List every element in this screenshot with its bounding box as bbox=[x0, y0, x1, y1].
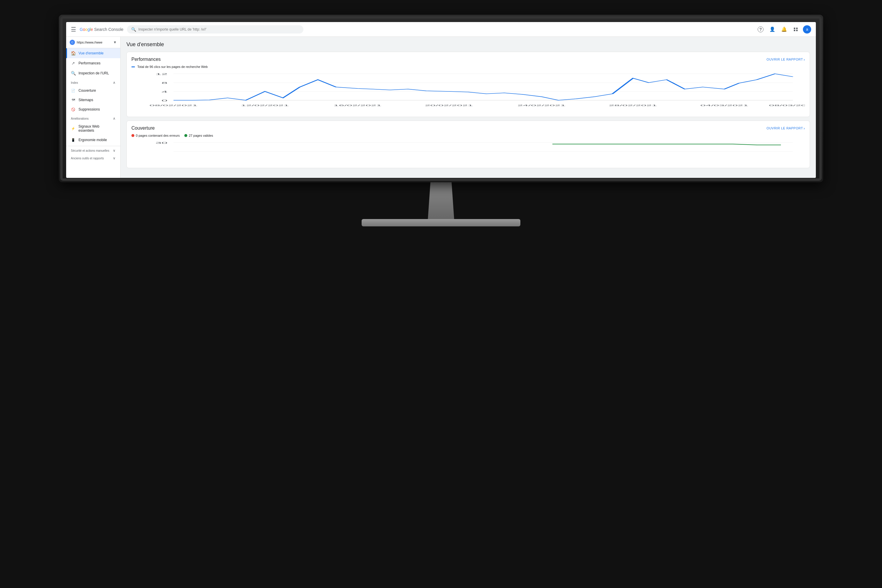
sidebar-label-inspection: Inspection de l'URL bbox=[78, 71, 109, 75]
suppressions-icon: 🚫 bbox=[71, 108, 75, 111]
performances-chart-svg: 12 8 4 0 08/02/2021 12/02/2021 bbox=[131, 71, 805, 112]
ameliorations-section-chevron[interactable]: ∧ bbox=[113, 116, 116, 120]
property-selector[interactable]: C https://www.//wwe ▼ bbox=[66, 37, 120, 48]
performances-legend: Total de 96 clics sur les pages de reche… bbox=[131, 65, 805, 69]
inspect-icon: 🔍 bbox=[71, 71, 75, 75]
performances-card-header: Performances OUVRIR LE RAPPORT › bbox=[131, 57, 805, 62]
svg-text:08/03/2021: 08/03/2021 bbox=[769, 104, 805, 107]
couverture-valid-legend: 27 pages valides bbox=[184, 134, 213, 137]
svg-text:28/02/2021: 28/02/2021 bbox=[609, 104, 657, 107]
apps-button[interactable] bbox=[791, 25, 801, 34]
couverture-legend: 0 pages contenant des erreurs 27 pages v… bbox=[131, 134, 805, 137]
sidebar-label-sitemaps: Sitemaps bbox=[78, 98, 93, 102]
couverture-errors-legend: 0 pages contenant des erreurs bbox=[131, 134, 180, 137]
error-legend-dot bbox=[131, 134, 134, 137]
svg-text:4: 4 bbox=[161, 90, 168, 93]
couverture-link-label: OUVRIR LE RAPPORT bbox=[766, 126, 803, 130]
sidebar-label-couverture: Couverture bbox=[78, 88, 96, 93]
svg-text:12: 12 bbox=[156, 73, 168, 75]
search-icon: 🔍 bbox=[131, 27, 136, 32]
couverture-valid-label: 27 pages valides bbox=[189, 134, 213, 137]
ameliorations-section-label: Améliorations bbox=[71, 117, 89, 120]
performances-link-chevron: › bbox=[804, 57, 805, 62]
performances-link-label: OUVRIR LE RAPPORT bbox=[766, 58, 803, 61]
securite-section-chevron[interactable]: ∨ bbox=[113, 148, 116, 153]
performances-chart: 12 8 4 0 08/02/2021 12/02/2021 bbox=[131, 71, 805, 112]
search-bar[interactable]: 🔍 bbox=[127, 25, 303, 33]
anciens-outils-section-chevron[interactable]: ∨ bbox=[113, 156, 116, 160]
sidebar-section-securite[interactable]: Sécurité et actions manuelles ∨ bbox=[66, 146, 120, 154]
couverture-link-chevron: › bbox=[804, 126, 805, 130]
property-icon: C bbox=[70, 40, 75, 45]
svg-text:0: 0 bbox=[161, 99, 167, 102]
sidebar-label-suppressions: Suppressions bbox=[78, 107, 100, 111]
couverture-open-report-link[interactable]: OUVRIR LE RAPPORT › bbox=[766, 126, 805, 130]
anciens-outils-section-label: Anciens outils et rapports bbox=[71, 157, 104, 160]
svg-text:08/02/2021: 08/02/2021 bbox=[149, 104, 198, 107]
signaux-icon: ⚡ bbox=[71, 127, 75, 130]
property-url: https://www.//wwe bbox=[77, 40, 111, 44]
securite-section-label: Sécurité et actions manuelles bbox=[71, 149, 110, 152]
couverture-icon: 📄 bbox=[71, 89, 75, 93]
app-header: ☰ Google Search Console 🔍 ? 👤 🔔 bbox=[66, 22, 816, 37]
sidebar-item-ergonomie-mobile[interactable]: 📱 Ergonomie mobile bbox=[66, 135, 120, 145]
page-title: Vue d'ensemble bbox=[126, 42, 810, 48]
sidebar-item-suppressions[interactable]: 🚫 Suppressions bbox=[66, 105, 120, 114]
index-section-label: Index bbox=[71, 81, 78, 84]
sidebar-label-signaux: Signaux Web essentiels bbox=[78, 124, 116, 133]
search-input[interactable] bbox=[138, 27, 299, 32]
help-button[interactable]: ? bbox=[756, 25, 765, 34]
sidebar-section-index: Index ∧ bbox=[66, 78, 120, 86]
google-wordmark: Google bbox=[80, 27, 93, 32]
sidebar-item-signaux-web[interactable]: ⚡ Signaux Web essentiels bbox=[66, 122, 120, 135]
svg-text:04/03/2021: 04/03/2021 bbox=[700, 104, 748, 107]
menu-icon[interactable]: ☰ bbox=[71, 26, 76, 33]
grid-icon bbox=[794, 28, 798, 31]
sitemaps-icon: 🗺 bbox=[71, 98, 75, 102]
sidebar-item-sitemaps[interactable]: 🗺 Sitemaps bbox=[66, 95, 120, 105]
profile-button[interactable]: 👤 bbox=[768, 25, 777, 34]
sidebar-item-vue-densemble[interactable]: 🏠 Vue d'ensemble bbox=[66, 48, 120, 58]
svg-text:24/02/2021: 24/02/2021 bbox=[518, 104, 566, 107]
app-body: C https://www.//wwe ▼ 🏠 Vue d'ensemble ↗… bbox=[66, 37, 816, 178]
performances-legend-dot bbox=[131, 66, 135, 68]
couverture-card-header: Couverture OUVRIR LE RAPPORT › bbox=[131, 126, 805, 131]
sidebar: C https://www.//wwe ▼ 🏠 Vue d'ensemble ↗… bbox=[66, 37, 120, 178]
sidebar-item-inspection-url[interactable]: 🔍 Inspection de l'URL bbox=[66, 68, 120, 78]
valid-legend-dot bbox=[184, 134, 187, 137]
performances-legend-label: Total de 96 clics sur les pages de reche… bbox=[137, 65, 208, 69]
performances-card-title: Performances bbox=[131, 57, 161, 62]
sidebar-label-vue-densemble: Vue d'ensemble bbox=[78, 51, 104, 55]
couverture-card: Couverture OUVRIR LE RAPPORT › 0 pages c… bbox=[126, 120, 810, 168]
couverture-errors-label: 0 pages contenant des erreurs bbox=[136, 134, 180, 137]
performances-card: Performances OUVRIR LE RAPPORT › Total d… bbox=[126, 52, 810, 117]
notifications-button[interactable]: 🔔 bbox=[779, 25, 789, 34]
index-section-chevron[interactable]: ∧ bbox=[113, 81, 116, 85]
svg-text:20/02/2021: 20/02/2021 bbox=[425, 104, 473, 107]
sidebar-section-anciens-outils[interactable]: Anciens outils et rapports ∨ bbox=[66, 154, 120, 161]
svg-text:8: 8 bbox=[161, 81, 167, 84]
header-actions: ? 👤 🔔 a bbox=[756, 25, 811, 34]
product-name: Search Console bbox=[94, 27, 123, 32]
profile-icon: 👤 bbox=[770, 27, 775, 32]
couverture-chart: 30 bbox=[131, 140, 805, 163]
performances-open-report-link[interactable]: OUVRIR LE RAPPORT › bbox=[766, 57, 805, 62]
sidebar-item-couverture[interactable]: 📄 Couverture bbox=[66, 86, 120, 95]
main-content: Vue d'ensemble Performances OUVRIR LE RA… bbox=[120, 37, 816, 178]
home-icon: 🏠 bbox=[71, 51, 75, 56]
svg-text:16/02/2021: 16/02/2021 bbox=[333, 104, 382, 107]
performance-icon: ↗ bbox=[71, 61, 75, 66]
sidebar-label-performances: Performances bbox=[78, 61, 100, 65]
mobile-icon: 📱 bbox=[71, 138, 75, 142]
sidebar-label-ergonomie: Ergonomie mobile bbox=[78, 138, 107, 142]
property-chevron-icon: ▼ bbox=[113, 40, 117, 44]
user-avatar[interactable]: a bbox=[803, 25, 811, 33]
sidebar-section-ameliorations: Améliorations ∧ bbox=[66, 114, 120, 122]
sidebar-item-performances[interactable]: ↗ Performances bbox=[66, 58, 120, 68]
app-logo: Google Search Console bbox=[80, 27, 123, 32]
svg-text:30: 30 bbox=[156, 141, 168, 144]
couverture-card-title: Couverture bbox=[131, 126, 154, 131]
svg-text:12/02/2021: 12/02/2021 bbox=[241, 104, 289, 107]
couverture-chart-svg: 30 bbox=[131, 140, 805, 163]
bell-icon: 🔔 bbox=[781, 27, 787, 32]
